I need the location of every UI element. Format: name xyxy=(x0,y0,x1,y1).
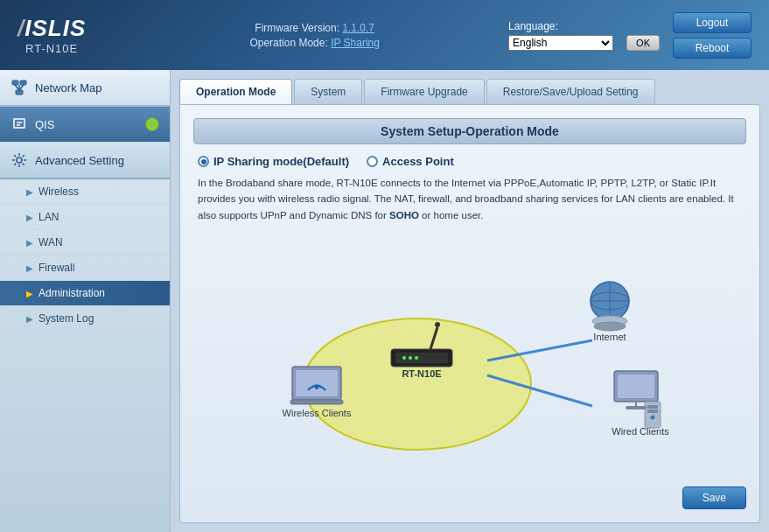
wireless-label: Wireless xyxy=(38,186,79,198)
language-label: Language: xyxy=(508,20,558,32)
svg-rect-38 xyxy=(626,406,647,410)
radio-ip-sharing-label: IP Sharing mode(Default) xyxy=(213,155,349,168)
sidebar-item-firewall[interactable]: ▶ Firewall xyxy=(0,256,170,281)
radio-access-point-dot xyxy=(367,156,378,167)
svg-point-24 xyxy=(594,322,626,331)
lan-arrow-icon: ▶ xyxy=(26,213,33,222)
svg-rect-1 xyxy=(20,80,26,85)
radio-ip-sharing-dot xyxy=(198,156,209,167)
radio-options-row: IP Sharing mode(Default) Access Point xyxy=(193,155,746,168)
asus-logo: /ISLIS xyxy=(17,16,86,40)
svg-text:Internet: Internet xyxy=(593,332,626,342)
svg-rect-32 xyxy=(618,374,654,398)
sidebar-item-advanced-setting[interactable]: Advanced Setting xyxy=(0,143,170,179)
main-layout: Network Map QIS Advanced Setting xyxy=(0,70,769,532)
tab-operation-mode[interactable]: Operation Mode xyxy=(179,79,292,104)
wan-label: WAN xyxy=(38,236,63,248)
radio-access-point-label: Access Point xyxy=(382,155,454,168)
tab-restore-save[interactable]: Restore/Save/Upload Setting xyxy=(486,79,655,104)
sidebar: Network Map QIS Advanced Setting xyxy=(0,70,171,532)
svg-text:RT-N10E: RT-N10E xyxy=(402,368,441,379)
language-select[interactable]: English 中文 日本語 xyxy=(508,35,613,51)
firmware-info: Firmware Version: 1.1.0.7 xyxy=(255,22,374,34)
svg-point-15 xyxy=(409,356,412,360)
sidebar-item-wan[interactable]: ▶ WAN xyxy=(0,230,170,256)
internet-icon: Internet xyxy=(591,282,629,342)
radio-access-point[interactable]: Access Point xyxy=(367,155,454,168)
svg-rect-0 xyxy=(12,80,18,85)
header-buttons: Logout Reboot xyxy=(673,12,752,59)
header-center: Firmware Version: 1.1.0.7 Operation Mode… xyxy=(121,22,508,49)
svg-point-6 xyxy=(17,158,22,163)
wired-clients-icon: Wired Clients xyxy=(612,371,669,437)
wan-arrow-icon: ▶ xyxy=(26,238,33,248)
advanced-setting-label: Advanced Setting xyxy=(35,154,124,167)
svg-point-28 xyxy=(315,386,318,389)
reboot-button[interactable]: Reboot xyxy=(673,38,752,59)
sidebar-item-qis[interactable]: QIS xyxy=(0,107,170,143)
sidebar-item-network-map[interactable]: Network Map xyxy=(0,70,170,107)
operation-mode-info: Operation Mode: IP Sharing xyxy=(249,37,380,49)
lan-label: LAN xyxy=(38,211,59,223)
administration-arrow-icon: ▶ xyxy=(26,289,33,298)
svg-rect-34 xyxy=(647,405,658,409)
tabs-row: Operation Mode System Firmware Upgrade R… xyxy=(179,79,760,104)
save-row: Save xyxy=(193,480,746,509)
advanced-setting-icon xyxy=(10,151,28,169)
tab-firmware-upgrade[interactable]: Firmware Upgrade xyxy=(364,79,484,104)
firmware-version-link[interactable]: 1.1.0.7 xyxy=(342,22,374,34)
svg-text:Wired Clients: Wired Clients xyxy=(612,426,669,437)
header: /ISLIS RT-N10E Firmware Version: 1.1.0.7… xyxy=(0,0,769,70)
network-map-label: Network Map xyxy=(35,81,102,94)
firewall-arrow-icon: ▶ xyxy=(26,263,33,273)
language-area: Language: English 中文 日本語 xyxy=(508,20,613,51)
operation-mode-link[interactable]: IP Sharing xyxy=(331,37,380,49)
network-diagram-svg: RT-N10E Internet xyxy=(216,257,724,458)
qis-icon xyxy=(10,116,28,133)
tab-system[interactable]: System xyxy=(294,79,362,104)
svg-rect-2 xyxy=(16,90,23,94)
operation-mode-label: Operation Mode: xyxy=(249,37,327,49)
ok-button[interactable]: OK xyxy=(626,35,660,51)
panel-title: System Setup-Operation Mode xyxy=(193,118,746,144)
logout-button[interactable]: Logout xyxy=(673,12,752,33)
logo-area: /ISLIS RT-N10E xyxy=(17,16,86,55)
svg-rect-35 xyxy=(647,410,658,413)
ok-area: OK xyxy=(626,19,660,51)
sidebar-item-lan[interactable]: ▶ LAN xyxy=(0,205,170,230)
svg-text:Wireless Clients: Wireless Clients xyxy=(283,408,352,418)
sidebar-item-system-log[interactable]: ▶ System Log xyxy=(0,306,170,332)
content-area: Operation Mode System Firmware Upgrade R… xyxy=(171,70,769,532)
wireless-clients-icon: Wireless Clients xyxy=(283,367,352,418)
qis-status-indicator xyxy=(145,117,159,131)
wireless-arrow-icon: ▶ xyxy=(26,187,33,197)
svg-point-16 xyxy=(415,356,418,360)
radio-ip-sharing[interactable]: IP Sharing mode(Default) xyxy=(198,155,349,168)
description-text: In the Brodaband share mode, RT-N10E con… xyxy=(193,175,746,223)
sidebar-item-wireless[interactable]: ▶ Wireless xyxy=(0,179,170,205)
svg-point-14 xyxy=(402,356,406,360)
firewall-label: Firewall xyxy=(38,262,74,274)
main-panel: System Setup-Operation Mode IP Sharing m… xyxy=(179,104,760,523)
system-log-label: System Log xyxy=(38,312,94,325)
system-log-arrow-icon: ▶ xyxy=(26,314,33,324)
sidebar-item-administration[interactable]: ▶ Administration xyxy=(0,281,170,306)
administration-label: Administration xyxy=(38,287,105,299)
qis-label: QIS xyxy=(35,118,54,131)
model-name: RT-N10E xyxy=(25,42,78,55)
svg-rect-29 xyxy=(290,400,343,404)
firmware-label: Firmware Version: xyxy=(255,22,339,34)
svg-point-36 xyxy=(651,416,655,420)
network-map-icon xyxy=(10,79,28,96)
save-button[interactable]: Save xyxy=(682,486,746,509)
network-diagram-area: RT-N10E Internet xyxy=(193,236,746,480)
svg-point-13 xyxy=(435,322,440,327)
svg-rect-27 xyxy=(296,370,338,396)
